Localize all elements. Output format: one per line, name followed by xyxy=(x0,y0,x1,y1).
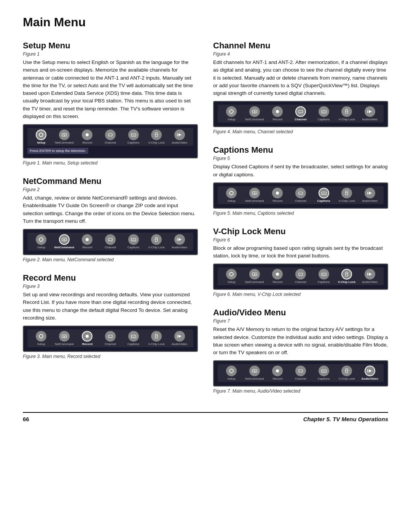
captions-screenshot: Setup N NetCommand Record xyxy=(213,182,388,209)
setup-selected-text: Press ENTER to setup the television. xyxy=(27,148,88,154)
section-netcommand: NetCommand Menu Figure 2 Add, change, re… xyxy=(23,176,198,262)
mi-netcommand-nc: N NetCommand xyxy=(54,234,74,249)
svg-text:N: N xyxy=(63,238,65,241)
section-record: Record Menu Figure 3 Set up and view rec… xyxy=(23,273,198,359)
channel-icon-cap xyxy=(295,188,306,198)
record-label-ch: Record xyxy=(273,118,283,121)
menu-item-netcommand: N NetCommand xyxy=(54,129,74,144)
vchip-figure-label: Figure 6 xyxy=(213,237,388,243)
menu-item-setup: Setup xyxy=(31,129,51,144)
channel-icon-av xyxy=(295,366,306,376)
captions-icon-cap: CC xyxy=(319,188,329,198)
mi-netcommand-av: N NetCommand xyxy=(245,366,264,380)
mi-captions-nc: CC Captions xyxy=(124,234,143,249)
av-icon-cap xyxy=(365,188,375,198)
av-figure-label: Figure 7 xyxy=(213,318,388,324)
channel-figure-label: Figure 4 xyxy=(213,51,388,57)
netcommand-icon: N xyxy=(59,129,70,140)
av-body: Reset the A/V Memory to return to the or… xyxy=(213,326,388,356)
av-label-av: AudioVideo xyxy=(362,377,378,380)
channel-label-cap: Channel xyxy=(295,199,306,203)
record-label-vc: Record xyxy=(273,280,283,284)
svg-text:CC: CC xyxy=(132,335,135,338)
mi-setup-rec: Setup xyxy=(31,331,51,346)
vchip-icon-rec xyxy=(151,331,162,342)
setup-caption: Figure 1. Main menu, Setup selected xyxy=(23,160,198,166)
captions-caption: Figure 5. Main menu, Captions selected xyxy=(213,211,388,216)
mi-av-rec: AudioVideo xyxy=(170,331,190,346)
record-label-rec: Record xyxy=(82,342,93,346)
svg-text:N: N xyxy=(253,110,255,113)
av-heading: Audio/Video Menu xyxy=(213,308,388,318)
vchip-icon-cap xyxy=(341,188,352,198)
channel-label-av: Channel xyxy=(295,377,306,380)
menu-item-vchip: V-Chip Lock xyxy=(147,129,166,144)
channel-caption: Figure 4. Main menu, Channel selected xyxy=(213,129,388,134)
av-icon-vc xyxy=(365,269,375,280)
mi-netcommand-ch: N NetCommand xyxy=(245,106,264,121)
captions-menu-bar: Setup N NetCommand Record xyxy=(218,186,384,204)
mi-setup-nc: Setup xyxy=(31,234,51,249)
section-captions: Captions Menu Figure 5 Display Closed Ca… xyxy=(213,145,388,216)
mi-av-av: AudioVideo xyxy=(360,366,380,380)
av-label-cap: AudioVideo xyxy=(362,199,378,203)
svg-marker-78 xyxy=(369,192,372,195)
mi-av-vc: AudioVideo xyxy=(360,269,380,284)
captions-label-av: Captions xyxy=(318,377,330,380)
mi-record-rec: Record xyxy=(77,331,97,346)
menu-item-captions: CC Captions xyxy=(124,129,143,144)
av-label-nc: AudioVideo xyxy=(172,246,187,249)
section-setup: Setup Menu Figure 1 Use the Setup menu t… xyxy=(23,41,198,166)
record-heading: Record Menu xyxy=(23,273,198,283)
svg-marker-110 xyxy=(369,369,372,372)
vchip-heading: V-Chip Lock Menu xyxy=(213,227,388,236)
channel-icon-rec xyxy=(105,331,116,342)
mi-vchip-av: V-Chip Lock xyxy=(337,366,357,380)
netcommand-label-vc: NetCommand xyxy=(245,280,264,284)
netcommand-label-cap: NetCommand xyxy=(245,199,264,203)
svg-rect-29 xyxy=(155,239,158,241)
av-menu-bar: Setup N NetCommand Record xyxy=(218,364,384,382)
setup-menu-bar: Setup N NetCommand Record xyxy=(27,128,193,146)
channel-heading: Channel Menu xyxy=(213,41,388,51)
channel-screenshot: Setup N NetCommand Record xyxy=(213,101,388,127)
vchip-menu-bar: Setup N NetCommand Record xyxy=(218,267,384,285)
chapter-label: Chapter 5. TV Menu Operations xyxy=(303,416,388,422)
vchip-label-vc: V-Chip Lock xyxy=(338,280,355,284)
vchip-caption: Figure 6. Main menu, V-Chip Lock selecte… xyxy=(213,292,388,297)
mi-setup-cap: Setup xyxy=(221,188,241,203)
record-label-av: Record xyxy=(273,377,283,380)
mi-channel-cap: Channel xyxy=(291,188,311,203)
channel-icon-vc xyxy=(295,269,306,280)
av-label: AudioVideo xyxy=(172,141,187,144)
av-icon-ch xyxy=(365,106,375,117)
setup-figure-label: Figure 1 xyxy=(23,51,198,57)
svg-text:CC: CC xyxy=(132,239,135,241)
record-menu-bar: Setup N NetCommand Record xyxy=(27,329,193,347)
record-icon-nc xyxy=(82,234,92,245)
mi-av-cap: AudioVideo xyxy=(360,188,380,203)
setup-label-vc: Setup xyxy=(228,280,236,284)
menu-item-av: AudioVideo xyxy=(170,129,190,144)
svg-marker-14 xyxy=(178,133,182,136)
netcommand-icon-cap: N xyxy=(249,188,260,198)
right-column: Channel Menu Figure 4 Edit channels for … xyxy=(213,41,388,404)
setup-icon-rec xyxy=(36,331,46,342)
mi-av-ch: AudioVideo xyxy=(360,106,380,121)
netcommand-label-av: NetCommand xyxy=(245,377,264,380)
record-icon xyxy=(82,129,92,140)
captions-label-rec: Captions xyxy=(127,342,140,346)
svg-rect-61 xyxy=(346,111,348,113)
record-body: Set up and view recordings and recording… xyxy=(23,291,198,322)
record-icon-cap xyxy=(272,188,283,198)
svg-rect-104 xyxy=(299,370,303,372)
mi-vchip-ch: V-Chip Lock xyxy=(337,106,357,121)
mi-vchip-nc: V-Chip Lock xyxy=(147,234,166,249)
record-icon-rec xyxy=(82,331,92,342)
mi-record-av: Record xyxy=(268,366,287,380)
svg-text:N: N xyxy=(253,273,255,276)
netcommand-icon-nc: N xyxy=(59,234,70,245)
mi-setup-av: Setup xyxy=(221,366,241,380)
setup-label-av: Setup xyxy=(228,377,236,380)
mi-av-nc: AudioVideo xyxy=(170,234,190,249)
